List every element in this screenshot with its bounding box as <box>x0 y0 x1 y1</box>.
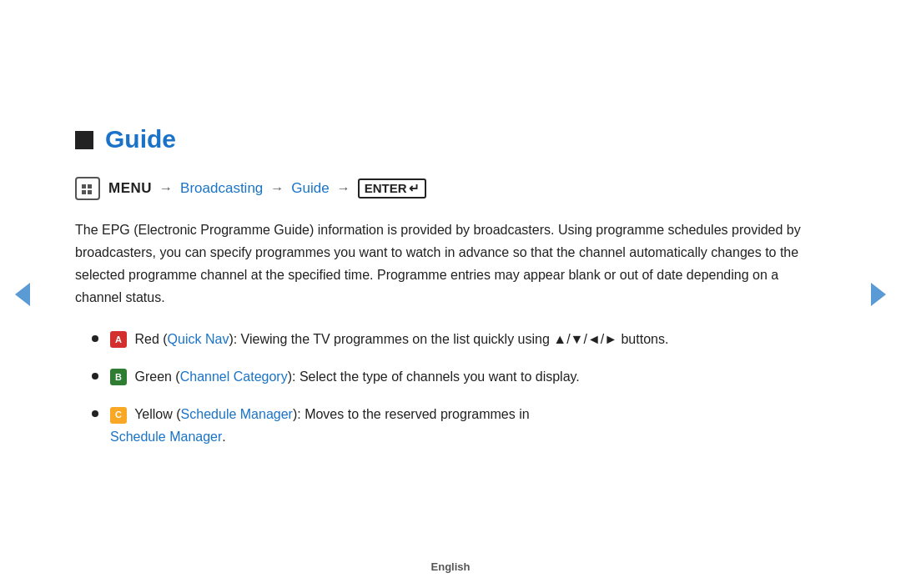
nav-arrow-right[interactable] <box>871 283 886 306</box>
bullet-1-text: : Viewing the TV programmes on the list … <box>234 332 669 346</box>
badge-green: B <box>110 369 127 385</box>
badge-yellow: C <box>110 407 127 424</box>
bullet-2-color-name: Green <box>134 369 171 384</box>
bullet-content-3: C Yellow (Schedule Manager): Moves to th… <box>110 403 826 448</box>
bullet-3-end: . <box>222 430 225 444</box>
bullet-3-link2[interactable]: Schedule Manager <box>110 430 222 444</box>
breadcrumb-guide[interactable]: Guide <box>291 180 329 197</box>
page-container: Guide MENU → Broadcasting → Guide → ENTE… <box>0 0 901 588</box>
bullet-2-link[interactable]: Channel Category <box>180 369 288 384</box>
guide-title: Guide <box>75 125 826 153</box>
bullet-dot-3 <box>92 410 98 417</box>
bullet-item-1: A Red (Quick Nav): Viewing the TV progra… <box>92 328 826 350</box>
footer: English <box>431 560 471 573</box>
enter-label: ENTER <box>365 181 407 195</box>
footer-language: English <box>431 560 471 573</box>
bullet-1-link[interactable]: Quick Nav <box>168 332 229 346</box>
svg-rect-2 <box>82 190 86 194</box>
bullet-dot-1 <box>92 335 98 342</box>
description-text: The EPG (Electronic Programme Guide) inf… <box>75 219 826 309</box>
svg-rect-3 <box>88 190 92 194</box>
breadcrumb-row: MENU → Broadcasting → Guide → ENTER↵ <box>75 177 826 200</box>
bullet-3-link[interactable]: Schedule Manager <box>181 407 293 421</box>
bullet-list: A Red (Quick Nav): Viewing the TV progra… <box>92 328 826 449</box>
bullet-2-text: : Select the type of channels you want t… <box>292 369 580 384</box>
bullet-3-color-name: Yellow <box>134 407 173 421</box>
svg-rect-0 <box>82 184 86 188</box>
breadcrumb-broadcasting[interactable]: Broadcasting <box>180 180 263 197</box>
bullet-content-1: A Red (Quick Nav): Viewing the TV progra… <box>110 328 826 350</box>
breadcrumb-arrow-2: → <box>270 181 284 196</box>
guide-title-text: Guide <box>105 125 176 153</box>
content-area: Guide MENU → Broadcasting → Guide → ENTE… <box>67 100 834 489</box>
bullet-3-text: : Moves to the reserved programmes in <box>297 407 529 421</box>
bullet-dot-2 <box>92 373 98 379</box>
bullet-item-2: B Green (Channel Category): Select the t… <box>92 365 826 388</box>
menu-icon <box>75 177 100 200</box>
breadcrumb-arrow-3: → <box>337 181 350 196</box>
bullet-1-color-name: Red <box>134 332 159 346</box>
guide-title-icon <box>75 131 93 149</box>
bullet-item-3: C Yellow (Schedule Manager): Moves to th… <box>92 403 826 448</box>
enter-return-symbol: ↵ <box>409 181 420 196</box>
svg-rect-1 <box>88 184 92 188</box>
nav-arrow-left[interactable] <box>15 283 30 306</box>
badge-red: A <box>110 331 127 348</box>
bullet-content-2: B Green (Channel Category): Select the t… <box>110 365 826 388</box>
breadcrumb-arrow-1: → <box>159 181 173 196</box>
breadcrumb-enter: ENTER↵ <box>358 178 426 199</box>
menu-label: MENU <box>108 180 152 197</box>
